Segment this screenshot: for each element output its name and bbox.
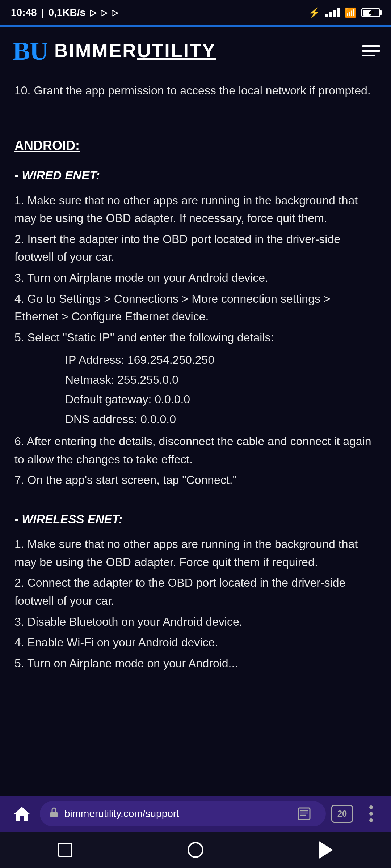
svg-text:B: B [13, 37, 30, 65]
url-bar[interactable]: bimmerutility.com/support [40, 801, 326, 826]
section-gap-1 [14, 118, 377, 136]
intro-text: 10. Grant the app permission to access t… [14, 81, 377, 100]
wifi-icon: 📶 [345, 7, 356, 18]
hamburger-line-3 [362, 55, 375, 56]
logo-area: B U BIMMERUTILITY [11, 33, 216, 69]
app-name-bold: UTILITY [137, 40, 216, 61]
play-icon-1: ▷ [90, 8, 96, 18]
svg-point-9 [369, 812, 373, 816]
back-icon [319, 841, 333, 859]
wired-step-2: 2. Insert the adapter into the OBD port … [14, 230, 377, 266]
status-icons-group: ⚡ 📶 48 [308, 7, 380, 18]
wired-step-3: 3. Turn on Airplane mode on your Android… [14, 269, 377, 287]
ip-address: IP Address: 169.254.250.250 [65, 350, 377, 370]
section-gap-2 [14, 492, 377, 510]
square-icon [58, 843, 72, 857]
circle-icon [188, 842, 203, 858]
hamburger-line-2 [362, 50, 380, 52]
battery-icon: 48 [361, 8, 380, 17]
status-time: 10:48 [11, 7, 37, 18]
app-header: B U BIMMERUTILITY [0, 27, 391, 74]
svg-point-10 [369, 818, 373, 822]
wireless-step-3: 3. Disable Bluetooth on your Android dev… [14, 613, 377, 631]
ip-details: IP Address: 169.254.250.250 Netmask: 255… [65, 350, 377, 429]
back-button[interactable] [311, 835, 340, 864]
bluetooth-icon: ⚡ [308, 7, 320, 18]
tab-count-label: 20 [331, 805, 353, 823]
wireless-step-4: 4. Enable Wi-Fi on your Android device. [14, 634, 377, 652]
reader-mode-button[interactable] [291, 801, 317, 826]
home-system-button[interactable] [181, 835, 210, 864]
netmask: Netmask: 255.255.0.0 [65, 370, 377, 390]
url-text: bimmerutility.com/support [64, 808, 286, 820]
wired-step-6: 6. After entering the details, disconnec… [14, 433, 377, 468]
status-speed: 0,1KB/s [48, 7, 85, 18]
system-nav-bar [0, 832, 391, 868]
hamburger-line-1 [362, 45, 380, 47]
status-bar: 10:48 | 0,1KB/s ▷ ▷ ▷ ⚡ 📶 48 [0, 0, 391, 25]
wireless-enet-title: - WIRELESS ENET: [14, 510, 377, 528]
wireless-step-5: 5. Turn on Airplane mode on your Android… [14, 655, 377, 673]
wired-enet-title: - WIRED ENET: [14, 166, 377, 184]
status-time-speed: 10:48 | 0,1KB/s ▷ ▷ ▷ [11, 7, 118, 18]
logo-icon: B U [11, 33, 47, 69]
main-content: 10. Grant the app permission to access t… [0, 74, 391, 682]
svg-text:U: U [30, 37, 47, 65]
wired-step-5: 5. Select "Static IP" and enter the foll… [14, 329, 377, 347]
play-icon-3: ▷ [112, 8, 118, 18]
svg-point-8 [369, 805, 373, 809]
browser-nav-bar: bimmerutility.com/support 20 [0, 796, 391, 832]
recent-apps-button[interactable] [51, 835, 80, 864]
lock-icon [49, 807, 59, 821]
home-button[interactable] [7, 799, 36, 828]
android-section-title: ANDROID: [14, 136, 377, 156]
svg-rect-4 [298, 808, 310, 820]
wired-step-7: 7. On the app's start screen, tap "Conne… [14, 471, 377, 489]
gateway: Default gateway: 0.0.0.0 [65, 390, 377, 409]
dns: DNS address: 0.0.0.0 [65, 409, 377, 429]
hamburger-menu[interactable] [362, 45, 380, 56]
app-title: BIMMERUTILITY [54, 40, 216, 61]
wired-step-1: 1. Make sure that no other apps are runn… [14, 192, 377, 227]
signal-bars [325, 8, 340, 17]
wireless-step-2: 2. Connect the adapter to the OBD port l… [14, 574, 377, 610]
status-divider: | [41, 7, 44, 18]
svg-rect-3 [50, 812, 58, 817]
tab-count-button[interactable]: 20 [329, 801, 355, 826]
play-icon-2: ▷ [101, 8, 107, 18]
wireless-step-1: 1. Make sure that no other apps are runn… [14, 535, 377, 571]
wired-step-4: 4. Go to Settings > Connections > More c… [14, 290, 377, 326]
app-name-regular: BIMMER [54, 40, 137, 61]
more-options-button[interactable] [358, 801, 384, 826]
